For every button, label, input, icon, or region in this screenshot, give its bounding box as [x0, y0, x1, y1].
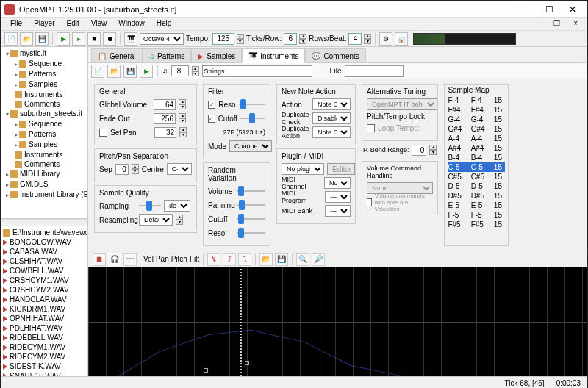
sample-map-row[interactable]: F#4F#415	[448, 105, 505, 115]
env-stop-icon[interactable]: ⏹	[93, 253, 106, 266]
menu-file[interactable]: File	[4, 18, 28, 30]
instr-new-button[interactable]: 📄	[91, 65, 104, 78]
plugin-select[interactable]: No plugin	[282, 163, 324, 175]
maximize-button[interactable]: ☐	[538, 3, 560, 16]
tab-samples[interactable]: ▶Samples	[191, 48, 242, 62]
tempo-input[interactable]	[212, 33, 234, 45]
menu-player[interactable]: Player	[28, 18, 60, 30]
resampling-select[interactable]: Default	[139, 214, 173, 226]
env-filt-label[interactable]: Filt	[190, 255, 199, 263]
tab-instruments[interactable]: 🎹Instruments	[242, 48, 305, 63]
env-pitch-label[interactable]: Pitch	[171, 255, 187, 263]
mdi-close[interactable]: ×	[567, 18, 584, 29]
menu-view[interactable]: View	[85, 18, 113, 30]
ticks-spinner[interactable]: ▴▾	[299, 34, 306, 44]
save-button[interactable]: 💾	[35, 32, 49, 46]
sample-map-row[interactable]: D-5D-515	[448, 182, 505, 191]
sample-file[interactable]: OPNHIHAT.WAV	[3, 314, 85, 323]
tree-view[interactable]: mystic.it Sequence Patterns Samples Inst…	[1, 47, 87, 219]
zoom-out-button[interactable]: 🔎	[312, 253, 325, 266]
sample-file[interactable]: HANDCLAP.WAV	[3, 295, 85, 304]
env-pan-label[interactable]: Pan	[156, 255, 169, 263]
env-vol-label[interactable]: Vol	[143, 255, 154, 263]
close-button[interactable]: ✕	[562, 3, 584, 16]
midi-button[interactable]: 🎹	[124, 32, 137, 46]
waveform-icon[interactable]: 〰	[123, 253, 137, 266]
instrument-number[interactable]	[171, 65, 189, 76]
menu-help[interactable]: Help	[151, 18, 178, 30]
centre-select[interactable]: C-5	[167, 163, 192, 175]
instr-play-button[interactable]: ▶	[140, 65, 153, 78]
sample-browser[interactable]: E:\Instrumente\waveworld\drum BONGOLOW.W…	[1, 226, 87, 376]
tempo-spinner[interactable]: ▴▾	[237, 34, 244, 44]
sample-map-row[interactable]: F#5F#515	[448, 220, 505, 229]
octave-select[interactable]: Octave 4	[140, 33, 184, 45]
play-pattern-button[interactable]: ▸	[72, 32, 85, 46]
sample-file[interactable]: COWBELL.WAV	[3, 266, 85, 276]
stop-button[interactable]: ■	[87, 32, 101, 46]
sample-file[interactable]: RIDECYM2.WAV	[3, 352, 85, 362]
envelope-canvas[interactable]	[88, 267, 587, 376]
sample-map-row[interactable]: C#5C#515	[448, 172, 505, 182]
sample-map-row[interactable]: D#5D#515	[448, 191, 505, 201]
tree-hscroll[interactable]	[1, 219, 87, 226]
midi-bank-select[interactable]: ---	[325, 205, 351, 217]
instr-open-button[interactable]: 📂	[107, 65, 121, 78]
sample-map[interactable]: Sample Map F-4F-415F#4F#415G-4G-415G#4G#…	[444, 84, 509, 246]
sample-map-row[interactable]: F-5F-515	[448, 210, 505, 220]
midi-program-select[interactable]: ---	[325, 191, 351, 203]
sample-file[interactable]: SIDESTIK.WAV	[3, 362, 85, 371]
sample-file[interactable]: RIDEBELL.WAV	[3, 333, 85, 342]
menu-window[interactable]: Window	[112, 18, 151, 30]
new-button[interactable]: 📄	[4, 32, 18, 46]
env-tool-3[interactable]: ⤵	[238, 253, 251, 266]
sample-file[interactable]: SNARE1P.WAV	[3, 371, 85, 376]
sample-map-row[interactable]: B-4B-415	[448, 153, 505, 162]
sample-file[interactable]: KICKDRM1.WAV	[3, 304, 85, 314]
rows-input[interactable]	[348, 33, 362, 45]
sample-map-row[interactable]: A#4A#415	[448, 143, 505, 153]
ticks-input[interactable]	[284, 33, 297, 45]
tab-comments[interactable]: 💬Comments	[305, 48, 365, 62]
zoom-in-button[interactable]: 🔍	[296, 253, 309, 266]
sample-file[interactable]: PDLHIHAT.WAV	[3, 323, 85, 333]
sample-file[interactable]: CABASA.WAV	[3, 247, 85, 256]
sample-file[interactable]: RIDECYM1.WAV	[3, 342, 85, 352]
env-save-button[interactable]: 💾	[275, 253, 288, 266]
editor-button[interactable]: Editor	[327, 163, 355, 175]
mdi-minimize[interactable]: –	[531, 18, 547, 29]
sample-file[interactable]: CRSHCYM1.WAV	[3, 276, 85, 285]
instr-save-button[interactable]: 💾	[123, 65, 137, 78]
record-button[interactable]: ⏺	[103, 32, 116, 46]
instrument-file[interactable]	[345, 65, 404, 77]
tuning-select[interactable]: OpenMPT IT behaviour	[367, 98, 437, 110]
nna-action-select[interactable]: Note Off	[312, 98, 351, 110]
cutoff-check[interactable]	[208, 115, 215, 123]
open-button[interactable]: 📂	[20, 32, 33, 46]
filter-mode-select[interactable]: Channel default	[229, 140, 272, 152]
tab-general[interactable]: 📋General	[91, 48, 143, 62]
global-volume-input[interactable]	[154, 99, 176, 110]
sample-map-row[interactable]: C-5C-515	[448, 162, 505, 172]
env-tool-2[interactable]: ⤴	[223, 253, 236, 266]
reso-check[interactable]	[208, 101, 215, 109]
sep-input[interactable]	[115, 164, 129, 175]
play-button[interactable]: ▶	[57, 32, 70, 46]
instrument-name[interactable]	[202, 65, 312, 77]
tool-button-2[interactable]: 📊	[395, 32, 408, 46]
sample-map-row[interactable]: E-5E-515	[448, 201, 505, 210]
mdi-restore[interactable]: ❐	[548, 18, 566, 29]
menu-edit[interactable]: Edit	[60, 18, 85, 30]
instr-spinner[interactable]: ▴▾	[192, 66, 199, 76]
midi-channel-select[interactable]: None	[324, 177, 351, 189]
sample-map-row[interactable]: A-4A-415	[448, 134, 505, 143]
sample-file[interactable]: CLSHIHAT.WAV	[3, 256, 85, 266]
sample-file[interactable]: CRSHCYM2.WAV	[3, 285, 85, 295]
fade-out-input[interactable]	[154, 113, 176, 124]
dup-check-select[interactable]: Disabled	[312, 112, 351, 124]
tool-button-1[interactable]: ⚙	[379, 32, 392, 46]
dup-action-select[interactable]: Note Cut	[312, 126, 351, 138]
set-pan-input[interactable]	[154, 127, 176, 138]
rows-spinner[interactable]: ▴▾	[364, 34, 371, 44]
tab-patterns[interactable]: ♫Patterns	[143, 48, 192, 62]
